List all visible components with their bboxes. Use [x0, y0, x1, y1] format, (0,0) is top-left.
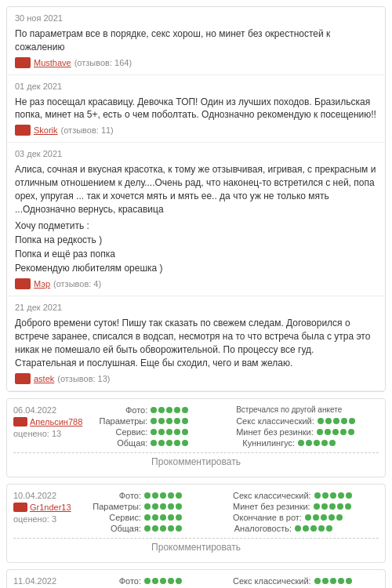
reviewer-row: Мэр (отзывов: 4)	[15, 278, 377, 289]
overall-dots	[151, 440, 188, 446]
reviewer-avatar	[15, 57, 31, 68]
scores-grid: Фото: Секс классический: Параметры:	[82, 491, 379, 533]
classic-label: Секс классический:	[233, 576, 311, 586]
blowjob-no-condom-row: Минет без резинки:	[233, 502, 379, 511]
reviewer-row: Skorik (отзывов: 11)	[15, 125, 377, 136]
reviewer-name[interactable]: Мэр	[34, 279, 50, 289]
blowjob-label: Минет без резинки:	[236, 427, 314, 437]
rating-block: 11.04.2022 Турок оценено: 9 Фото:	[6, 569, 386, 588]
review-item: 01 дек 2021 Не раз посещал красавицу. Де…	[7, 75, 385, 143]
rating-scores: Фото: Секс классический: Параметры:	[82, 491, 379, 533]
params-dots	[144, 503, 182, 510]
service-label: Сервис:	[82, 513, 141, 522]
dot	[151, 407, 157, 413]
review-header: 03 дек 2021 Алиса, сочная и вкусная крас…	[15, 149, 377, 216]
classic-row: Секс классический:	[233, 576, 379, 586]
service-label: Сервис:	[89, 427, 147, 437]
met-other-label: Встречался по другой анкете	[236, 405, 342, 414]
user-avatar	[13, 417, 27, 426]
dot	[158, 407, 165, 413]
dot	[182, 418, 188, 424]
service-dots	[144, 514, 182, 521]
classic-row: Секс классический:	[236, 416, 379, 426]
cunnilingus-label: Куннилингус:	[236, 438, 295, 448]
comment-button-2[interactable]: Прокомментировать	[13, 538, 379, 556]
service-row: Сервис:	[82, 513, 228, 522]
reviewer-avatar	[15, 125, 31, 136]
finish-mouth-label: Окончание в рот:	[233, 513, 302, 522]
photo-label: Фото:	[82, 576, 141, 586]
rating-date: 10.04.2022	[13, 491, 76, 500]
finish-mouth-row: Окончание в рот:	[233, 513, 379, 522]
dot	[151, 440, 157, 446]
reviewer-name[interactable]: astek	[34, 374, 54, 383]
comment-button-1[interactable]: Прокомментировать	[13, 452, 379, 470]
rating-block: 06.04.2022 Апельсин788 оценено: 13 Фото:	[6, 398, 386, 477]
rating-scores: Фото: Секс классический: Параметры:	[82, 576, 379, 588]
dot	[174, 429, 180, 435]
rating-user[interactable]: Апельсин788	[13, 417, 82, 426]
review-header: 21 дек 2021 Доброго времени суток! Пишу …	[15, 303, 377, 369]
dot	[332, 429, 339, 435]
classic-dots	[314, 578, 352, 584]
username-link[interactable]: Gr1nder13	[30, 503, 71, 512]
dot	[314, 440, 320, 446]
ratings-section: 06.04.2022 Апельсин788 оценено: 13 Фото:	[6, 398, 386, 588]
dot	[166, 429, 172, 435]
photo-row: Фото:	[82, 491, 228, 500]
dot	[158, 418, 165, 424]
rating-assessed: оценено: 13	[13, 429, 82, 438]
photo-row: Фото:	[82, 576, 228, 586]
rating-assessed: оценено: 3	[13, 514, 76, 524]
reviewer-avatar	[15, 373, 31, 384]
review-date: 30 ноя 2021	[15, 13, 63, 23]
rating-user[interactable]: Gr1nder13	[13, 503, 76, 512]
dot	[329, 440, 336, 446]
dot	[325, 429, 331, 435]
dot	[306, 440, 312, 446]
reviewer-row: astek (отзывов: 13)	[15, 373, 377, 384]
review-date: 01 дек 2021	[15, 82, 62, 91]
dot	[158, 440, 165, 446]
overall-row: Общая:	[89, 438, 231, 448]
dot	[341, 418, 347, 424]
rating-left-meta: 11.04.2022 Турок оценено: 9	[13, 576, 76, 588]
review-text: Не раз посещал красавицу. Девочка ТОП! О…	[15, 96, 377, 122]
reviewer-count: (отзывов: 4)	[53, 279, 101, 289]
rating-scores: Фото: Встречался по другой анкете Параме…	[89, 405, 379, 448]
dot	[151, 429, 157, 435]
review-header: 01 дек 2021 Не раз посещал красавицу. Де…	[15, 82, 377, 122]
username-link[interactable]: Апельсин788	[30, 417, 82, 426]
dot	[348, 429, 354, 435]
photo-dots	[144, 492, 182, 499]
review-extra-text: Хочу подметить : Попка на редкость ) Поп…	[15, 219, 377, 275]
cunnilingus-row: Куннилингус:	[236, 438, 379, 448]
rating-date: 11.04.2022	[13, 576, 76, 586]
rating-block: 10.04.2022 Gr1nder13 оценено: 3 Фото:	[6, 484, 386, 563]
overall-label: Общая:	[89, 438, 147, 448]
reviews-section: 30 ноя 2021 По параметрам все в порядке,…	[6, 6, 386, 392]
rating-content: 11.04.2022 Турок оценено: 9 Фото:	[13, 576, 379, 588]
review-item: 30 ноя 2021 По параметрам все в порядке,…	[7, 7, 385, 75]
rating-content: 06.04.2022 Апельсин788 оценено: 13 Фото:	[13, 405, 379, 448]
reviewer-name[interactable]: Skorik	[34, 125, 58, 135]
scores-grid: Фото: Встречался по другой анкете Параме…	[89, 405, 379, 448]
analog-dots	[295, 525, 332, 532]
params-row: Параметры:	[89, 416, 231, 426]
classic-label: Секс классический:	[233, 491, 311, 500]
review-item: 03 дек 2021 Алиса, сочная и вкусная крас…	[7, 143, 385, 296]
reviewer-count: (отзывов: 13)	[57, 374, 110, 383]
params-label: Параметры:	[89, 416, 147, 426]
dot	[174, 418, 180, 424]
service-row: Сервис:	[89, 427, 231, 437]
reviewer-name[interactable]: Musthave	[34, 58, 71, 67]
analog-label: Аналоговость:	[233, 524, 292, 533]
rating-left-meta: 10.04.2022 Gr1nder13 оценено: 3	[13, 491, 76, 533]
dot	[151, 418, 157, 424]
photo-dots	[151, 407, 188, 413]
rating-left-meta: 06.04.2022 Апельсин788 оценено: 13	[13, 405, 82, 448]
dot	[174, 440, 180, 446]
review-text: Доброго времени суток! Пишу так сказать …	[15, 317, 377, 369]
blowjob-dots	[317, 429, 354, 435]
dot	[182, 429, 188, 435]
